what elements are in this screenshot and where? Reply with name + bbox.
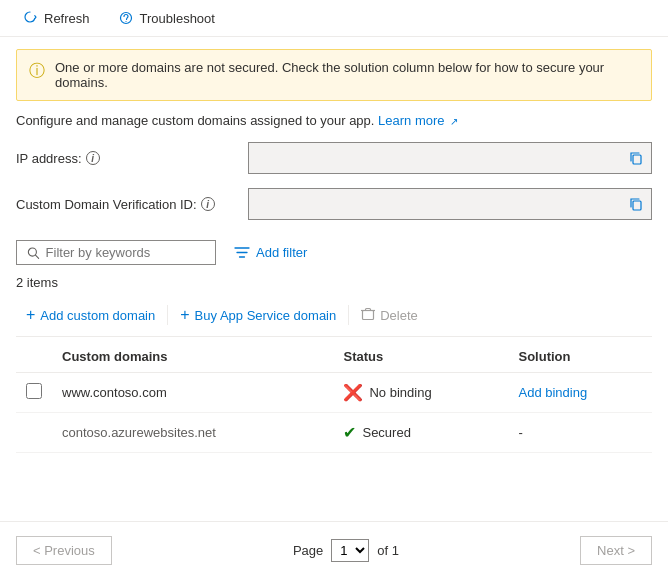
- svg-point-1: [125, 21, 126, 22]
- description: Configure and manage custom domains assi…: [16, 113, 652, 128]
- ip-address-copy-button[interactable]: [620, 142, 652, 174]
- alert-message: One or more domains are not secured. Che…: [55, 60, 639, 90]
- filter-row: Add filter: [16, 240, 652, 265]
- row-checkbox[interactable]: [26, 383, 42, 399]
- solution-cell: -: [508, 413, 652, 453]
- table-header: Custom domains Status Solution: [16, 341, 652, 373]
- add-icon: +: [26, 306, 35, 324]
- alert-icon: ⓘ: [29, 61, 45, 82]
- domain-cell: www.contoso.com: [52, 373, 333, 413]
- pagination-center: Page 1 of 1: [293, 539, 399, 562]
- filter-input[interactable]: [46, 245, 205, 260]
- col-custom-domains: Custom domains: [52, 341, 333, 373]
- refresh-label: Refresh: [44, 11, 90, 26]
- svg-rect-2: [633, 155, 641, 164]
- page-select[interactable]: 1: [331, 539, 369, 562]
- col-status: Status: [333, 341, 508, 373]
- copy-icon: [629, 151, 643, 165]
- status-text: No binding: [369, 385, 431, 400]
- search-icon: [27, 246, 40, 260]
- delete-button[interactable]: Delete: [351, 303, 428, 328]
- separator-1: [167, 305, 168, 325]
- success-icon: ✔: [343, 423, 356, 442]
- previous-button[interactable]: < Previous: [16, 536, 112, 565]
- ip-address-label: IP address: i: [16, 151, 236, 166]
- filter-input-container[interactable]: [16, 240, 216, 265]
- troubleshoot-button[interactable]: Troubleshoot: [112, 6, 221, 30]
- delete-icon: [361, 307, 375, 324]
- solution-cell[interactable]: Add binding: [508, 373, 652, 413]
- add-binding-link[interactable]: Add binding: [518, 385, 587, 400]
- checkbox-header: [16, 341, 52, 373]
- troubleshoot-label: Troubleshoot: [140, 11, 215, 26]
- external-link-icon: ↗: [450, 116, 458, 127]
- alert-bar: ⓘ One or more domains are not secured. C…: [16, 49, 652, 101]
- table-body: www.contoso.com❌No bindingAdd bindingcon…: [16, 373, 652, 453]
- ip-address-input-wrap: [248, 142, 652, 174]
- add-custom-domain-button[interactable]: + Add custom domain: [16, 302, 165, 328]
- toolbar: Refresh Troubleshoot: [0, 0, 668, 37]
- status-text: Secured: [362, 425, 410, 440]
- copy-icon-2: [629, 197, 643, 211]
- svg-line-5: [36, 255, 39, 258]
- svg-rect-3: [633, 201, 641, 210]
- verification-id-input[interactable]: [248, 188, 652, 220]
- action-bar: + Add custom domain + Buy App Service do…: [16, 302, 652, 337]
- filter-icon: [234, 245, 250, 261]
- error-icon: ❌: [343, 383, 363, 402]
- verification-id-label: Custom Domain Verification ID: i: [16, 197, 236, 212]
- verification-id-copy-button[interactable]: [620, 188, 652, 220]
- domains-table: Custom domains Status Solution www.conto…: [16, 341, 652, 453]
- domain-cell: contoso.azurewebsites.net: [52, 413, 333, 453]
- content-area: Configure and manage custom domains assi…: [0, 113, 668, 453]
- ip-address-info-icon[interactable]: i: [86, 151, 100, 165]
- ip-address-input[interactable]: [248, 142, 652, 174]
- svg-rect-6: [363, 310, 374, 319]
- refresh-icon: [22, 10, 38, 26]
- status-cell: ✔Secured: [333, 413, 508, 453]
- table-row: www.contoso.com❌No bindingAdd binding: [16, 373, 652, 413]
- separator-2: [348, 305, 349, 325]
- buy-add-icon: +: [180, 306, 189, 324]
- verification-id-info-icon[interactable]: i: [201, 197, 215, 211]
- ip-address-row: IP address: i: [16, 142, 652, 174]
- refresh-button[interactable]: Refresh: [16, 6, 96, 30]
- table-row: contoso.azurewebsites.net✔Secured-: [16, 413, 652, 453]
- add-filter-button[interactable]: Add filter: [226, 241, 315, 265]
- verification-id-row: Custom Domain Verification ID: i: [16, 188, 652, 220]
- col-solution: Solution: [508, 341, 652, 373]
- buy-domain-button[interactable]: + Buy App Service domain: [170, 302, 346, 328]
- status-cell: ❌No binding: [333, 373, 508, 413]
- learn-more-link[interactable]: Learn more ↗: [378, 113, 458, 128]
- items-count: 2 items: [16, 275, 652, 290]
- verification-id-input-wrap: [248, 188, 652, 220]
- troubleshoot-icon: [118, 10, 134, 26]
- pagination: < Previous Page 1 of 1 Next >: [0, 521, 668, 579]
- description-text: Configure and manage custom domains assi…: [16, 113, 374, 128]
- next-button[interactable]: Next >: [580, 536, 652, 565]
